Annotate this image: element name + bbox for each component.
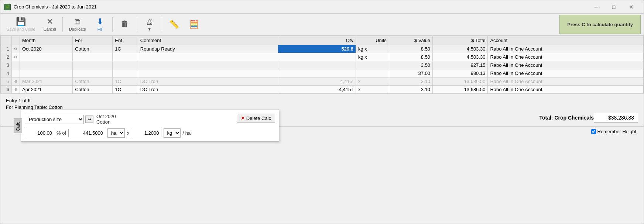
delete-calc-label: Delete Calc [246, 116, 271, 121]
cell-account: Rabo All In One Account [488, 77, 644, 86]
cell-ent[interactable]: 1C [113, 77, 138, 86]
cell-qty[interactable] [278, 61, 356, 69]
production-size-select[interactable]: Production size [25, 115, 84, 124]
close-button[interactable]: ✕ [623, 3, 640, 11]
title-bar-left: 🌿 Crop Chemicals - Jul 2020 to Jun 2021 [4, 4, 97, 10]
calc-dropdown: Production size ↪ [25, 115, 93, 124]
toolbar: 💾 Save and Close ✕ Cancel ⧉ Duplicate ⬇ … [0, 14, 644, 36]
cell-total: 4,503.30 [433, 45, 488, 53]
calc-context-month: Oct 2020 [96, 114, 116, 119]
cell-total: 4,503.30 [433, 53, 488, 61]
toolbar-separator-1 [62, 17, 63, 32]
content-area: Month For Ent Comment Qty Units $ Value … [0, 36, 644, 224]
area-unit-select[interactable]: ha [107, 128, 125, 138]
calc-header: Production size ↪ Oct 2020 Cotton ✕ [25, 114, 275, 125]
cell-value[interactable]: 3.10 [389, 86, 432, 94]
grid-wrapper: Month For Ent Comment Qty Units $ Value … [0, 36, 644, 94]
cell-for[interactable]: Cotton [73, 45, 113, 53]
print-button[interactable]: 🖨 ▼ [140, 15, 159, 34]
save-close-button[interactable]: 💾 Save and Close [3, 15, 39, 34]
cell-value[interactable]: 3.50 [389, 61, 432, 69]
col-header-value: $ Value [389, 36, 432, 45]
press-c-button[interactable]: Press C to calculate quantity [559, 15, 641, 34]
cell-ent[interactable]: 1C [113, 45, 138, 53]
cell-units: x [356, 77, 389, 86]
calc-context-for: Cotton [96, 119, 116, 125]
delete-calc-button[interactable]: ✕ Delete Calc [237, 114, 275, 123]
cell-qty[interactable]: 4,415 l [278, 86, 356, 94]
fill-label: Fill [97, 27, 103, 31]
main-window: 🌿 Crop Chemicals - Jul 2020 to Jun 2021 … [0, 0, 644, 224]
cell-month[interactable] [20, 61, 73, 69]
cell-value[interactable]: 8.50 [389, 45, 432, 53]
cell-units: kg x [356, 45, 389, 53]
cell-qty[interactable]: 4,415l [278, 77, 356, 86]
percent-input[interactable] [25, 129, 54, 137]
cell-account: Rabo All In One Account [488, 86, 644, 94]
cancel-button[interactable]: ✕ Cancel [40, 15, 59, 34]
remember-area: Remember Height [588, 127, 640, 136]
duplicate-icon: ⧉ [75, 18, 80, 26]
calc-tab[interactable]: Calc. [14, 118, 22, 133]
rate-input[interactable] [132, 129, 161, 137]
cell-qty[interactable] [278, 53, 356, 61]
cell-comment[interactable] [138, 53, 278, 61]
cell-qty[interactable] [278, 69, 356, 77]
col-header-account: Account [488, 36, 644, 45]
calc-context-info: Oct 2020 Cotton [96, 114, 116, 125]
cell-ent[interactable] [113, 69, 138, 77]
remember-height-checkbox[interactable] [591, 129, 596, 134]
row-icon [12, 69, 20, 77]
cell-month[interactable] [20, 53, 73, 61]
cell-for[interactable] [73, 61, 113, 69]
cell-month[interactable]: Apr 2021 [20, 86, 73, 94]
col-header-rownum [1, 36, 12, 45]
cell-ent[interactable] [113, 61, 138, 69]
cell-comment[interactable]: Roundup Ready [138, 45, 278, 53]
percent-of-label: % of [56, 130, 66, 136]
col-header-total: $ Total [433, 36, 488, 45]
cell-qty[interactable]: 529.8 [278, 45, 356, 53]
total-value: $38,286.88 [594, 113, 638, 123]
cell-comment[interactable]: DC Tron [138, 77, 278, 86]
delete-button[interactable]: 🗑 [116, 15, 134, 34]
duplicate-label: Duplicate [69, 27, 86, 31]
cell-value[interactable]: 3.10 [389, 77, 432, 86]
minimize-button[interactable]: ─ [588, 3, 604, 11]
cell-units [356, 61, 389, 69]
duplicate-button[interactable]: ⧉ Duplicate [66, 15, 89, 34]
ruler-icon: 📏 [169, 20, 179, 28]
calc-tab-label: Calc. [15, 120, 21, 131]
calc-popup: Calc. Production size ↪ Oct 2020 [21, 110, 279, 142]
calc-arrow-button[interactable]: ↪ [85, 116, 93, 123]
cell-month[interactable] [20, 69, 73, 77]
cell-value[interactable]: 37.00 [389, 69, 432, 77]
fill-button[interactable]: ⬇ Fill [91, 15, 109, 34]
row-icon: ⚙ [12, 45, 20, 53]
cell-for[interactable]: Cotton [73, 77, 113, 86]
calc-popup-inner: Calc. Production size ↪ Oct 2020 [25, 114, 275, 138]
col-header-icon [12, 36, 20, 45]
area-input[interactable] [68, 129, 105, 137]
calc-button[interactable]: 🧮 [185, 15, 203, 34]
print-label: ▼ [147, 27, 151, 31]
cell-units: x [356, 86, 389, 94]
cell-ent[interactable]: 1C [113, 86, 138, 94]
col-header-ent: Ent [113, 36, 138, 45]
row-number: 6 [1, 86, 12, 94]
rate-unit-select[interactable]: kg [164, 128, 181, 138]
cell-month[interactable]: Oct 2020 [20, 45, 73, 53]
cell-month[interactable]: Mar 2021 [20, 77, 73, 86]
cell-comment[interactable] [138, 69, 278, 77]
maximize-button[interactable]: □ [605, 3, 622, 11]
row-number: 1 [1, 45, 12, 53]
cell-comment[interactable]: DC Tron [138, 86, 278, 94]
cell-comment[interactable] [138, 61, 278, 69]
cell-for[interactable] [73, 69, 113, 77]
cell-value[interactable]: 8.50 [389, 53, 432, 61]
ruler-button[interactable]: 📏 [165, 15, 184, 34]
cell-for[interactable] [73, 53, 113, 61]
cell-ent[interactable] [113, 53, 138, 61]
cell-account: Rabo All In One Account [488, 45, 644, 53]
cell-for[interactable]: Cotton [73, 86, 113, 94]
